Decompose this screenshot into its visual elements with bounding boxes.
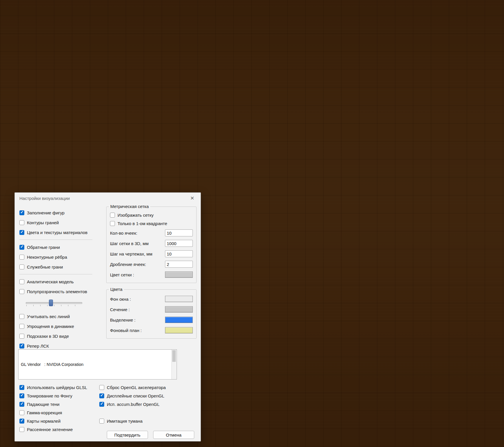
background-plan-row: Фоновый план :	[110, 325, 193, 335]
checkbox-fill-figures[interactable]: Заполнение фигур	[19, 208, 105, 218]
checkbox-box	[19, 314, 24, 319]
checkbox-use-glsl-shaders[interactable]: Использовать шейдеры GLSL	[19, 383, 87, 392]
checkbox-label: Тонирование по Фонгу	[27, 393, 72, 398]
field-label: Дробление ячеек:	[110, 262, 165, 267]
checkbox-box	[19, 289, 24, 294]
group-title: Метрическая сетка	[109, 204, 150, 209]
checkbox-label: Дисплейные списки OpenGL	[107, 393, 164, 398]
checkbox-line-weight[interactable]: Учитывать вес линий	[19, 311, 105, 321]
dialog-titlebar[interactable]: Настройки визуализации ✕	[15, 193, 201, 204]
checkbox-face-outlines[interactable]: Контуры граней	[19, 218, 105, 227]
cell-division-row: Дробление ячеек:	[110, 259, 193, 269]
grid-step-drawings-row: Шаг на чертежах, мм	[110, 249, 193, 259]
checkbox-box	[99, 402, 104, 407]
checkbox-label: Падающие тени	[27, 402, 59, 407]
field-label: Выделение :	[110, 318, 165, 322]
section-color-swatch[interactable]	[165, 306, 193, 313]
checkbox-label: Рассеянное затенение	[27, 427, 73, 432]
checkbox-box	[99, 385, 104, 390]
checkbox-label: Упрощения в динамике	[27, 324, 74, 329]
checkbox-reset-opengl-accelerator[interactable]: Сброс OpenGL акселератора	[99, 383, 166, 392]
checkbox-box	[19, 427, 24, 432]
gl-vendor-line: GL Vendor : NVIDIA Corporation	[21, 362, 169, 367]
render-options-left: Использовать шейдеры GLSL Тонирование по…	[19, 383, 87, 434]
field-label: Шаг сетки в 3D, мм	[110, 241, 165, 246]
checkbox-label: Подсказки в 3D виде	[27, 334, 69, 339]
scrollbar-thumb[interactable]	[172, 350, 176, 362]
window-bg-swatch[interactable]	[165, 296, 193, 302]
grid-step-drawings-input[interactable]	[165, 250, 193, 257]
checkbox-label: Контуры граней	[27, 220, 59, 225]
opengl-info-text: GL Vendor : NVIDIA Corporation GL Render…	[19, 350, 171, 379]
checkbox-box	[19, 402, 24, 407]
checkbox-box	[19, 264, 24, 269]
checkbox-box	[19, 410, 24, 415]
field-label: Сечение :	[110, 307, 165, 312]
cancel-button[interactable]: Отмена	[153, 431, 194, 439]
checkbox-material-colors-textures[interactable]: Цвета и текстуры материалов	[19, 227, 105, 237]
cell-division-input[interactable]	[165, 261, 193, 268]
checkbox-ambient-occlusion[interactable]: Рассеянное затенение	[19, 425, 87, 434]
grid-and-colors-column: Метрическая сетка Изображать сетку Тольк…	[106, 207, 197, 345]
separator	[19, 240, 92, 240]
checkbox-normal-maps[interactable]: Карты нормалей	[19, 417, 87, 425]
confirm-button[interactable]: Подтвердить	[107, 431, 148, 439]
render-options-right: Сброс OpenGL акселератора Дисплейные спи…	[99, 383, 166, 425]
checkbox-show-grid[interactable]: Изображать сетку	[110, 211, 193, 219]
checkbox-box	[19, 245, 24, 250]
transparency-slider[interactable]	[26, 297, 82, 309]
checkbox-accum-buffer[interactable]: Исп. accum.buffer OpenGL	[99, 400, 166, 408]
close-icon[interactable]: ✕	[188, 195, 196, 201]
slider-thumb[interactable]	[49, 300, 53, 306]
separator	[19, 274, 92, 274]
checkbox-analytic-model[interactable]: Аналитическая модель	[19, 277, 105, 287]
dialog-title: Настройки визуализации	[19, 196, 188, 201]
checkbox-fog[interactable]: Имитация тумана	[99, 417, 166, 425]
checkbox-opengl-display-lists[interactable]: Дисплейные списки OpenGL	[99, 392, 166, 400]
colors-group: Цвета Фон окна : Сечение : Выделение : Ф…	[106, 289, 197, 339]
checkbox-dynamic-simplification[interactable]: Упрощения в динамике	[19, 321, 105, 331]
checkbox-gamma-correction[interactable]: Гамма-коррекция	[19, 408, 87, 417]
checkbox-element-transparency[interactable]: Полупрозрачность элементов	[19, 287, 105, 296]
checkbox-back-faces[interactable]: Обратные грани	[19, 242, 105, 252]
field-label: Шаг на чертежах, мм	[110, 251, 165, 256]
checkbox-non-contour-edges[interactable]: Неконтурные рёбра	[19, 252, 105, 262]
section-color-row: Сечение :	[110, 304, 193, 315]
grid-step-3d-input[interactable]	[165, 240, 193, 247]
checkbox-label: Сброс OpenGL акселератора	[107, 385, 166, 390]
opengl-info-box: GL Vendor : NVIDIA Corporation GL Render…	[18, 349, 177, 380]
checkbox-label: Цвета и текстуры материалов	[27, 230, 87, 235]
checkbox-box	[19, 255, 24, 260]
slider-track	[26, 302, 82, 304]
checkbox-box	[19, 324, 24, 329]
selection-color-swatch[interactable]	[165, 317, 193, 323]
checkbox-box	[19, 334, 24, 339]
field-label: Цвет сетки :	[110, 272, 165, 277]
checkbox-box	[19, 279, 24, 284]
checkbox-service-faces[interactable]: Служебные грани	[19, 262, 105, 272]
checkbox-label: Полупрозрачность элементов	[27, 289, 87, 294]
visualization-settings-dialog: Настройки визуализации ✕ Заполнение фигу…	[14, 192, 201, 441]
checkbox-box	[110, 221, 115, 226]
checkbox-box	[19, 344, 24, 349]
group-title: Цвета	[109, 287, 124, 292]
cell-count-row: Кол-во ячеек:	[110, 228, 193, 238]
gl-renderer-line: GL Renderer : NVIDIA GeForce GTX 1660 Ti…	[21, 378, 169, 379]
background-plan-swatch[interactable]	[165, 327, 193, 333]
field-label: Фон окна :	[110, 297, 165, 302]
checkbox-phong-shading[interactable]: Тонирование по Фонгу	[19, 392, 87, 400]
scrollbar[interactable]	[171, 350, 177, 379]
checkbox-label: Заполнение фигур	[27, 210, 65, 215]
cell-count-input[interactable]	[165, 229, 193, 236]
checkbox-label: Служебные грани	[27, 264, 63, 269]
metric-grid-group: Метрическая сетка Изображать сетку Тольк…	[106, 207, 197, 283]
grid-color-swatch[interactable]	[165, 271, 193, 278]
grid-step-3d-row: Шаг сетки в 3D, мм	[110, 238, 193, 249]
checkbox-3d-hints[interactable]: Подсказки в 3D виде	[19, 331, 105, 341]
checkbox-label: Репер ЛСК	[27, 344, 49, 349]
checkbox-box	[99, 419, 104, 424]
checkbox-cast-shadows[interactable]: Падающие тени	[19, 400, 87, 408]
checkbox-first-quadrant-only[interactable]: Только в 1-ом квадранте	[110, 219, 193, 228]
checkbox-box	[110, 213, 115, 218]
display-options-column: Заполнение фигур Контуры граней Цвета и …	[19, 208, 105, 351]
